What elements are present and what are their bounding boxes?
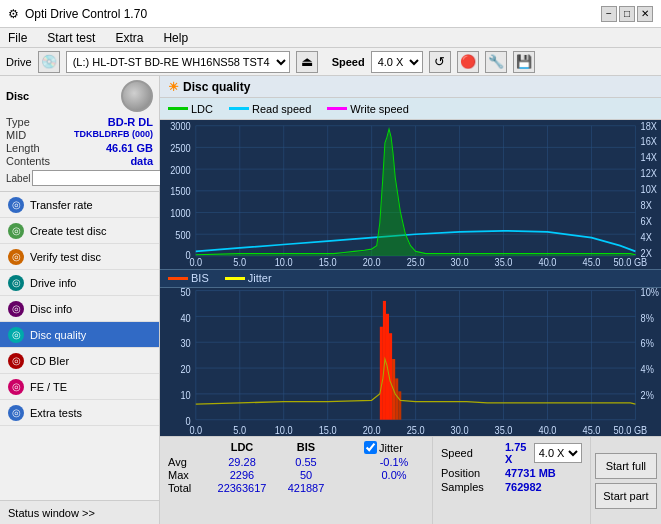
label-input[interactable] [32, 170, 161, 186]
nav-disc-quality[interactable]: ◎ Disc quality [0, 322, 159, 348]
svg-text:10: 10 [180, 389, 190, 401]
svg-text:5.0: 5.0 [233, 423, 246, 435]
refresh-button[interactable]: ↺ [429, 51, 451, 73]
title-bar-controls: − □ ✕ [601, 6, 653, 22]
disc-info-nav-label: Disc info [30, 303, 72, 315]
svg-text:8X: 8X [641, 200, 653, 212]
svg-text:35.0: 35.0 [495, 257, 513, 269]
label-label: Label [6, 173, 30, 184]
nav-drive-info[interactable]: ◎ Drive info [0, 270, 159, 296]
chart-title-bar: ☀ Disc quality [160, 76, 661, 98]
svg-text:500: 500 [175, 229, 191, 241]
length-label: Length [6, 142, 40, 154]
bis-col-header: BIS [276, 441, 336, 454]
bis-total: 421887 [276, 482, 336, 494]
write-speed-legend: Write speed [327, 103, 409, 115]
samples-stat-row: Samples 762982 [441, 481, 582, 493]
nav-disc-info[interactable]: ◎ Disc info [0, 296, 159, 322]
drive-info-icon: ◎ [8, 275, 24, 291]
drive-bar: Drive 💿 (L:) HL-DT-ST BD-RE WH16NS58 TST… [0, 48, 661, 76]
speed-stat-select[interactable]: 4.0 X 2.0 X [534, 443, 582, 463]
minimize-button[interactable]: − [601, 6, 617, 22]
nav-transfer-rate[interactable]: ◎ Transfer rate [0, 192, 159, 218]
svg-text:50: 50 [180, 288, 190, 298]
content-area: ☀ Disc quality LDC Read speed Write spee… [160, 76, 661, 524]
jitter-col-header: Jitter [379, 442, 403, 454]
svg-text:45.0: 45.0 [583, 257, 601, 269]
svg-text:10.0: 10.0 [275, 423, 293, 435]
disc-section-label: Disc [6, 90, 29, 102]
svg-text:15.0: 15.0 [319, 257, 337, 269]
svg-text:6X: 6X [641, 216, 653, 228]
charts-area: 3000 2500 2000 1500 1000 500 0 18X 16X 1… [160, 120, 661, 436]
position-label: Position [441, 467, 501, 479]
app-title: Opti Drive Control 1.70 [25, 7, 147, 21]
ldc-avg: 29.28 [212, 456, 272, 468]
jitter-checkbox[interactable] [364, 441, 377, 454]
total-row: Total 22363617 421887 [168, 482, 424, 494]
chart-legend: LDC Read speed Write speed [160, 98, 661, 120]
empty-header [168, 441, 208, 454]
speed-stat-label: Speed [441, 447, 501, 459]
svg-text:2500: 2500 [170, 143, 191, 155]
speed-select[interactable]: 4.0 X 2.0 X 1.0 X [371, 51, 423, 73]
status-window-button[interactable]: Status window >> [0, 500, 159, 524]
svg-text:30.0: 30.0 [451, 257, 469, 269]
start-full-button[interactable]: Start full [595, 453, 657, 479]
stats-table: LDC BIS Jitter Avg 29.28 0.55 -0.1% [160, 437, 432, 524]
drive-icon-button[interactable]: 💿 [38, 51, 60, 73]
disc-button[interactable]: 🔴 [457, 51, 479, 73]
create-test-disc-icon: ◎ [8, 223, 24, 239]
drive-select[interactable]: (L:) HL-DT-ST BD-RE WH16NS58 TST4 [66, 51, 290, 73]
svg-text:0.0: 0.0 [189, 423, 202, 435]
svg-text:40: 40 [180, 311, 190, 323]
menu-extra[interactable]: Extra [111, 30, 147, 46]
svg-text:25.0: 25.0 [407, 423, 425, 435]
menu-start-test[interactable]: Start test [43, 30, 99, 46]
disc-info-panel: Disc Type BD-R DL MID TDKBLDRFB (000) Le… [0, 76, 159, 192]
start-part-button[interactable]: Start part [595, 483, 657, 509]
drive-info-label: Drive info [30, 277, 76, 289]
nav-fe-te[interactable]: ◎ FE / TE [0, 374, 159, 400]
nav-extra-tests[interactable]: ◎ Extra tests [0, 400, 159, 426]
bis-color-swatch [168, 277, 188, 280]
svg-text:6%: 6% [641, 337, 654, 349]
menu-file[interactable]: File [4, 30, 31, 46]
svg-text:1000: 1000 [170, 208, 191, 220]
avg-row: Avg 29.28 0.55 -0.1% [168, 456, 424, 468]
nav-verify-test-disc[interactable]: ◎ Verify test disc [0, 244, 159, 270]
bis-avg: 0.55 [276, 456, 336, 468]
bottom-stats-area: LDC BIS Jitter Avg 29.28 0.55 -0.1% [160, 436, 661, 524]
drive-label: Drive [6, 56, 32, 68]
ldc-total: 22363617 [212, 482, 272, 494]
jitter-label: Jitter [248, 272, 272, 284]
maximize-button[interactable]: □ [619, 6, 635, 22]
nav-create-test-disc[interactable]: ◎ Create test disc [0, 218, 159, 244]
nav-cd-bier[interactable]: ◎ CD BIer [0, 348, 159, 374]
settings-button[interactable]: 🔧 [485, 51, 507, 73]
svg-text:35.0: 35.0 [495, 423, 513, 435]
length-value: 46.61 GB [106, 142, 153, 154]
transfer-rate-label: Transfer rate [30, 199, 93, 211]
menu-bar: File Start test Extra Help [0, 28, 661, 48]
save-button[interactable]: 💾 [513, 51, 535, 73]
max-label: Max [168, 469, 208, 481]
extra-tests-label: Extra tests [30, 407, 82, 419]
svg-text:12X: 12X [641, 168, 658, 180]
action-buttons: Start full Start part [590, 437, 661, 524]
disc-info-header: Disc [6, 80, 153, 112]
close-button[interactable]: ✕ [637, 6, 653, 22]
cd-bier-label: CD BIer [30, 355, 69, 367]
jitter-max: 0.0% [364, 469, 424, 481]
samples-value: 762982 [505, 481, 542, 493]
read-speed-legend-label: Read speed [252, 103, 311, 115]
write-speed-legend-label: Write speed [350, 103, 409, 115]
ldc-max: 2296 [212, 469, 272, 481]
position-stat-row: Position 47731 MB [441, 467, 582, 479]
svg-text:1500: 1500 [170, 186, 191, 198]
bottom-chart: 50 40 30 20 10 0 10% 8% 6% 4% 2% 0.0 5.0… [160, 288, 661, 437]
menu-help[interactable]: Help [159, 30, 192, 46]
cd-bier-icon: ◎ [8, 353, 24, 369]
eject-button[interactable]: ⏏ [296, 51, 318, 73]
jitter-legend-item: Jitter [225, 272, 272, 284]
